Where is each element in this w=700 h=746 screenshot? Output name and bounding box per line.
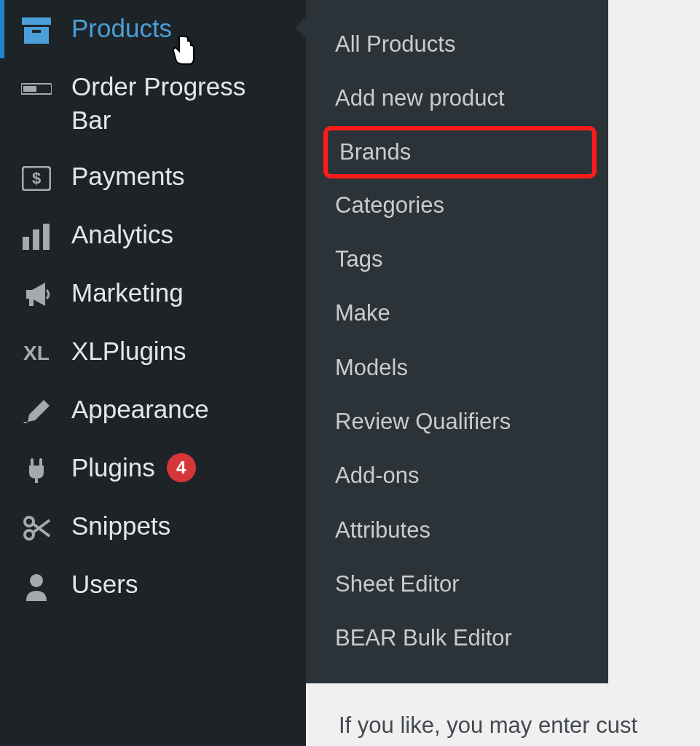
progress-bar-icon xyxy=(20,73,52,105)
paintbrush-icon xyxy=(20,396,52,428)
sidebar-item-label: Appearance xyxy=(71,393,209,426)
products-submenu: All Products Add new product Brands Cate… xyxy=(306,0,608,683)
svg-rect-9 xyxy=(43,224,50,250)
sidebar-item-label: Marketing xyxy=(71,276,184,310)
bar-chart-icon xyxy=(20,221,52,253)
sidebar-item-marketing[interactable]: Marketing xyxy=(0,264,306,323)
megaphone-icon xyxy=(20,279,52,311)
submenu-bear-bulk-editor[interactable]: BEAR Bulk Editor xyxy=(306,611,608,665)
sidebar-item-label: Products xyxy=(71,12,172,45)
dollar-box-icon: $ xyxy=(20,162,52,195)
submenu-tags[interactable]: Tags xyxy=(306,232,608,286)
sidebar-item-order-progress[interactable]: Order Progress Bar xyxy=(0,58,306,148)
submenu-models[interactable]: Models xyxy=(306,341,608,395)
archive-box-icon xyxy=(20,15,52,47)
svg-rect-7 xyxy=(23,237,29,250)
svg-rect-1 xyxy=(24,27,49,44)
submenu-attributes[interactable]: Attributes xyxy=(306,503,608,557)
submenu-add-ons[interactable]: Add-ons xyxy=(306,449,608,503)
sidebar-item-label: XLPlugins xyxy=(71,334,186,368)
svg-rect-8 xyxy=(33,229,39,250)
sidebar-item-label: Payments xyxy=(71,160,185,193)
sidebar-item-appearance[interactable]: Appearance xyxy=(0,381,306,439)
sidebar-item-label: Analytics xyxy=(71,218,173,251)
svg-rect-2 xyxy=(32,30,41,33)
sidebar-item-payments[interactable]: $ Payments xyxy=(0,148,306,206)
submenu-sheet-editor[interactable]: Sheet Editor xyxy=(306,557,608,611)
plugins-update-badge: 4 xyxy=(167,453,196,482)
submenu-all-products[interactable]: All Products xyxy=(306,17,608,71)
sidebar-item-analytics[interactable]: Analytics xyxy=(0,206,306,264)
sidebar-item-label: Users xyxy=(71,568,138,601)
svg-rect-4 xyxy=(23,86,36,92)
svg-point-13 xyxy=(30,574,43,587)
submenu-categories[interactable]: Categories xyxy=(306,178,608,232)
scissors-icon xyxy=(20,512,52,544)
submenu-make[interactable]: Make xyxy=(306,286,608,340)
sidebar-item-label: Plugins 4 xyxy=(71,451,196,484)
submenu-add-new-product[interactable]: Add new product xyxy=(306,71,608,125)
sidebar-item-xlplugins[interactable]: XL XLPlugins xyxy=(0,323,306,381)
sidebar-item-users[interactable]: Users xyxy=(0,556,306,614)
sidebar-item-snippets[interactable]: Snippets xyxy=(0,498,306,556)
admin-sidebar: Products Order Progress Bar $ Payments A… xyxy=(0,0,306,746)
user-icon xyxy=(20,570,52,602)
submenu-brands[interactable]: Brands xyxy=(323,126,597,178)
submenu-review-qualifiers[interactable]: Review Qualifiers xyxy=(306,395,608,449)
sidebar-item-plugins[interactable]: Plugins 4 xyxy=(0,439,306,498)
svg-rect-0 xyxy=(22,17,51,25)
svg-text:$: $ xyxy=(32,169,41,187)
svg-rect-10 xyxy=(29,299,34,306)
sidebar-item-label: Order Progress Bar xyxy=(71,70,290,136)
sidebar-item-products[interactable]: Products xyxy=(0,0,306,58)
content-paragraph: If you like, you may enter cust xyxy=(339,712,637,739)
plug-icon xyxy=(20,454,52,486)
xl-text-icon: XL xyxy=(20,337,52,369)
sidebar-item-label: Snippets xyxy=(71,509,170,543)
